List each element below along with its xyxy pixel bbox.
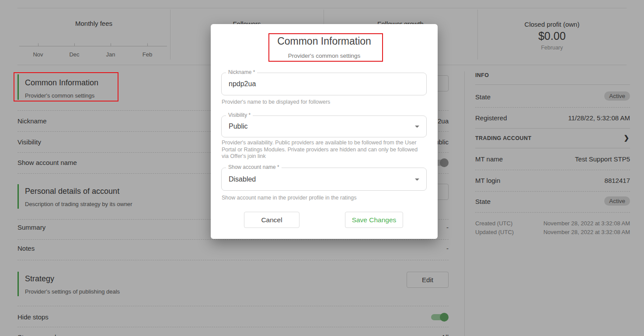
dropdown-caret-icon[interactable]: [415, 126, 419, 128]
visibility-select[interactable]: Visibility * Public: [221, 116, 427, 137]
dialog-subtitle: Provider's common settings: [211, 52, 438, 59]
visibility-select-label: Visibility *: [226, 112, 253, 118]
common-information-dialog: Common Information Provider's common set…: [211, 24, 438, 239]
dropdown-caret-icon[interactable]: [415, 178, 419, 181]
nickname-field-value[interactable]: npdp2ua: [229, 80, 256, 88]
show-account-name-select[interactable]: Show account name * Disabled: [221, 168, 427, 191]
cancel-button[interactable]: Cancel: [244, 212, 299, 228]
annotation-box-common-info-section: [14, 72, 118, 102]
dialog-title: Common Information: [211, 35, 438, 47]
nickname-field[interactable]: Nickname * npdp2ua: [221, 73, 427, 95]
show-account-name-helper-text: Show account name in the provider profil…: [222, 195, 419, 202]
save-changes-button[interactable]: Save Changes: [345, 212, 403, 228]
visibility-select-value: Public: [229, 122, 248, 130]
show-account-name-select-value: Disabled: [229, 175, 256, 183]
show-account-name-select-label: Show account name *: [226, 164, 282, 170]
nickname-helper-text: Provider's name to be displayed for foll…: [222, 99, 419, 106]
nickname-field-label: Nickname *: [226, 69, 257, 75]
provider-settings-page: Monthly fees Nov Dec Jan Feb Followers F…: [0, 0, 644, 336]
visibility-helper-text: Provider's availability. Public provider…: [222, 140, 419, 160]
